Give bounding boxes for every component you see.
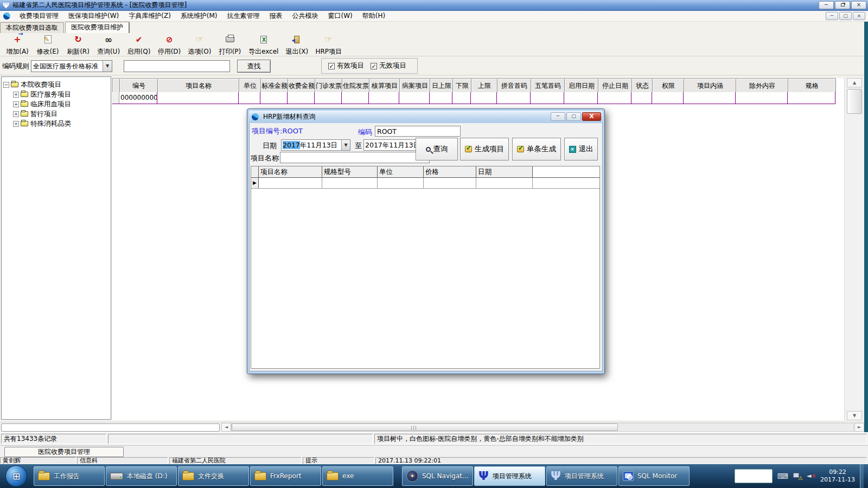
generate-single-button[interactable]: 单条生成 [512, 138, 561, 160]
scroll-down-icon[interactable]: ▼ [847, 411, 862, 420]
volume-muted-icon[interactable]: ◄× [807, 472, 815, 480]
menu-item-insurance[interactable]: 医保项目维护(W) [63, 11, 124, 21]
disable-button[interactable]: 停用(D) [154, 33, 184, 56]
tree-item-medical-service[interactable]: + 医疗服务项目 [2, 89, 111, 99]
export-excel-button[interactable]: 导出excel [245, 33, 282, 56]
dialog-restore-button[interactable]: ▢ [566, 112, 581, 121]
chevron-down-icon[interactable]: ▼ [341, 140, 350, 150]
column-header[interactable]: 单位 [239, 79, 261, 93]
query-button[interactable]: 查询(U) [93, 33, 124, 56]
start-button[interactable]: ⊞ [5, 465, 27, 487]
tree-item-provisional[interactable]: + 暂行项目 [2, 109, 111, 119]
dialog-empty-row[interactable]: ▶ [251, 178, 599, 189]
column-header[interactable]: 核算项目 [369, 79, 400, 93]
search-input[interactable] [124, 60, 230, 72]
column-header[interactable]: 停止日期 [598, 79, 632, 93]
generate-items-button[interactable]: 生成项目 [460, 138, 509, 160]
taskbar-item-project-system-2[interactable]: Ψ 项目管理系统 [546, 466, 617, 486]
dialog-query-button[interactable]: 查询 [416, 138, 458, 160]
taskbar-item-frxreport[interactable]: FrxReport [250, 466, 321, 486]
menu-item-report[interactable]: 报表 [265, 11, 288, 21]
options-button[interactable]: 选项(O) [184, 33, 215, 56]
column-header[interactable]: 五笔首码 [531, 79, 565, 93]
column-header[interactable]: 编号 [120, 79, 158, 93]
mdi-minimize-button[interactable]: ─ [826, 12, 838, 20]
column-header[interactable]: 上限 [471, 79, 497, 93]
date-from-picker[interactable]: 2017年11月13日 ▼ [281, 139, 350, 151]
tab-maintain-items[interactable]: 医院收费项目维护 [65, 22, 130, 33]
horizontal-scrollbar[interactable] [231, 423, 854, 432]
menu-item-window[interactable]: 窗口(W) [323, 11, 358, 21]
vertical-scrollbar[interactable]: ▲ ▼ [844, 78, 864, 420]
close-button[interactable]: × [851, 1, 866, 9]
cell-item-code[interactable]: 000000000035 [119, 92, 157, 104]
hrp-project-button[interactable]: HRP项目 [312, 33, 345, 56]
taskbar-item-sql-navigator[interactable]: ✦ SQL Navigat... [402, 466, 473, 486]
dialog-exit-button[interactable]: × 退出 [564, 138, 598, 160]
valid-items-checkbox[interactable]: ✓ 有效项目 [328, 61, 364, 70]
table-row[interactable]: 000000000035 [112, 92, 835, 104]
taskbar-item-project-system-1[interactable]: Ψ 项目管理系统 [474, 466, 545, 486]
column-header[interactable]: 下限 [453, 79, 471, 93]
dialog-title-bar[interactable]: HRP新增材料查询 ─ ▢ X [249, 111, 603, 123]
keyboard-icon[interactable]: ⌨ [777, 472, 788, 480]
enable-button[interactable]: 启用(Q) [124, 33, 154, 56]
column-header[interactable]: 价格 [424, 166, 476, 177]
horizontal-scroll-thumb[interactable] [232, 423, 618, 431]
expand-icon[interactable]: + [13, 92, 19, 98]
taskbar-item-sql-monitor[interactable]: SQL Monitor [618, 466, 690, 486]
menu-item-system[interactable]: 系统维护(M) [176, 11, 222, 21]
menu-item-common[interactable]: 公共模块 [288, 11, 323, 21]
column-header[interactable]: 收费金额 [288, 79, 315, 93]
column-header[interactable]: 单位 [378, 166, 424, 177]
bottom-edit-box[interactable] [1, 423, 220, 432]
menu-item-antibiotic[interactable]: 抗生素管理 [222, 11, 265, 21]
restore-button[interactable] [835, 1, 850, 9]
add-button[interactable]: 增加(A) [2, 33, 33, 56]
column-header[interactable]: 住院发票 [342, 79, 369, 93]
chevron-down-icon[interactable]: ▼ [103, 61, 112, 72]
tree-root-item[interactable]: − 本院收费项目 [2, 80, 111, 89]
column-header[interactable]: 状态 [632, 79, 653, 93]
minimize-button[interactable]: ─ [819, 1, 834, 9]
expand-icon[interactable]: + [13, 101, 19, 107]
print-button[interactable]: 打印(P) [215, 33, 245, 56]
tab-hospital-fee-mgmt[interactable]: 医院收费项目管理 [4, 447, 124, 457]
column-header[interactable]: 门诊发票 [315, 79, 342, 93]
language-input-box[interactable] [735, 469, 773, 483]
expand-icon[interactable]: + [13, 121, 19, 127]
menu-item-help[interactable]: 帮助(H) [358, 11, 390, 21]
mdi-restore-button[interactable]: ▢ [839, 12, 852, 20]
column-header[interactable]: 日期 [476, 166, 533, 177]
column-header[interactable]: 项目名称 [259, 166, 322, 177]
column-header[interactable]: 拼音首码 [497, 79, 531, 93]
code-input[interactable] [375, 126, 461, 137]
code-rule-combo[interactable]: 全国医疗服务价格标准 ▼ [31, 60, 112, 72]
show-desktop-button[interactable] [860, 464, 864, 488]
expand-icon[interactable]: + [13, 111, 19, 117]
tree-item-special-consumables[interactable]: + 特殊消耗品类 [2, 119, 111, 129]
column-header[interactable]: 项目内涵 [684, 79, 736, 93]
scroll-right-icon[interactable]: ► [854, 423, 864, 432]
network-warning-icon[interactable]: ⚠ [793, 472, 802, 480]
menu-item-fee-mgmt[interactable]: 收费项目管理 [15, 11, 63, 21]
menu-item-dictionary[interactable]: 字典库维护(Z) [124, 11, 176, 21]
exit-button[interactable]: 退出(X) [282, 33, 312, 56]
taskbar-item-work-report[interactable]: 工作报告 [34, 466, 105, 486]
column-header[interactable]: 标准金额 [261, 79, 288, 93]
tree-item-clinical-blood[interactable]: + 临床用血项目 [2, 99, 111, 109]
column-header[interactable]: 病案项目 [400, 79, 430, 93]
scroll-up-icon[interactable]: ▲ [847, 78, 862, 87]
taskbar-item-local-disk[interactable]: 本地磁盘 (D:) [106, 466, 177, 486]
dialog-minimize-button[interactable]: ─ [551, 112, 565, 121]
invalid-items-checkbox[interactable]: ✓ 无效项目 [371, 61, 406, 70]
column-header[interactable]: 规格 [788, 79, 836, 93]
taskbar-item-file-exchange[interactable]: 文件交换 [178, 466, 249, 486]
item-name-input[interactable] [280, 152, 430, 163]
find-button[interactable]: 查找 [237, 60, 271, 73]
vertical-scroll-thumb[interactable] [847, 89, 862, 114]
column-header[interactable]: 规格型号 [322, 166, 378, 177]
taskbar-item-exe[interactable]: exe [322, 466, 393, 486]
taskbar-clock[interactable]: 09:22 2017-11-13 [820, 468, 855, 484]
tab-select-items[interactable]: 本院收费项目选取 [0, 22, 64, 33]
